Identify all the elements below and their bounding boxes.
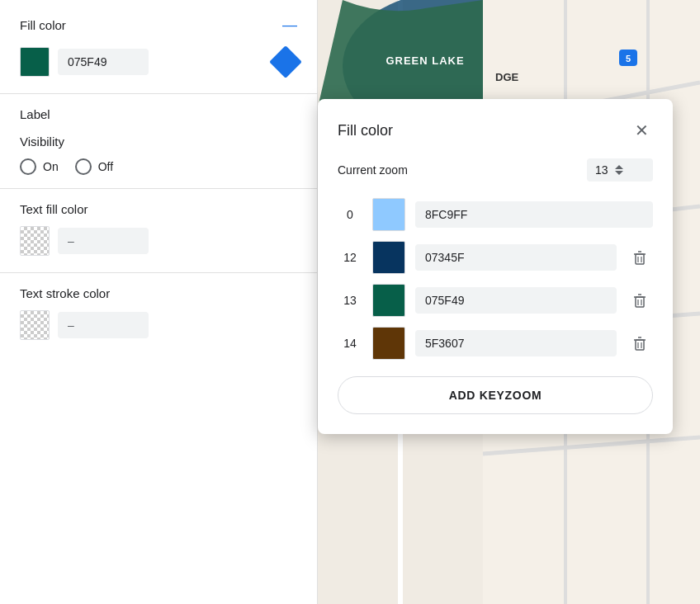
kz-delete-13[interactable] bbox=[627, 287, 653, 314]
text-stroke-title: Text stroke color bbox=[20, 286, 297, 300]
fill-color-section-header: Fill color — bbox=[20, 17, 297, 34]
svg-text:GREEN LAKE: GREEN LAKE bbox=[385, 54, 464, 67]
svg-rect-31 bbox=[636, 340, 644, 350]
fill-color-popup: Fill color ✕ Current zoom 13 0 12 bbox=[318, 99, 673, 434]
kz-delete-12[interactable] bbox=[627, 244, 653, 271]
keyzoom-row-12: 12 bbox=[338, 241, 653, 274]
popup-title: Fill color bbox=[338, 122, 393, 139]
keyzoom-row-13: 13 bbox=[338, 284, 653, 317]
close-button[interactable]: ✕ bbox=[630, 119, 653, 142]
svg-text:5: 5 bbox=[626, 54, 631, 64]
popup-header: Fill color ✕ bbox=[338, 119, 653, 142]
fill-color-swatch[interactable] bbox=[20, 47, 50, 77]
zoom-input[interactable]: 13 bbox=[587, 158, 653, 182]
visibility-section: Visibility On Off bbox=[20, 134, 297, 175]
left-panel: Fill color — Label Visibility On Off Tex… bbox=[0, 0, 318, 604]
text-fill-hex-input[interactable] bbox=[58, 228, 149, 254]
kz-hex-12[interactable] bbox=[415, 244, 617, 271]
kz-swatch-12[interactable] bbox=[372, 241, 405, 274]
fill-color-input-row bbox=[20, 47, 297, 77]
text-fill-swatch[interactable] bbox=[20, 226, 50, 256]
divider-2 bbox=[0, 188, 317, 189]
text-stroke-hex-input[interactable] bbox=[58, 312, 149, 338]
collapse-icon[interactable]: — bbox=[282, 17, 297, 34]
label-section: Label bbox=[20, 107, 297, 121]
zoom-value: 13 bbox=[595, 163, 608, 177]
keyzoom-rows: 0 12 13 bbox=[338, 198, 653, 360]
text-fill-title: Text fill color bbox=[20, 202, 297, 216]
kz-swatch-14[interactable] bbox=[372, 327, 405, 360]
label-section-title: Label bbox=[20, 107, 297, 121]
radio-on[interactable]: On bbox=[20, 158, 59, 175]
radio-off[interactable]: Off bbox=[75, 158, 113, 175]
kz-delete-14[interactable] bbox=[627, 330, 653, 356]
current-zoom-label: Current zoom bbox=[338, 163, 577, 177]
text-stroke-input-row bbox=[20, 310, 297, 340]
text-fill-input-row bbox=[20, 226, 297, 256]
add-keyzoom-button[interactable]: ADD KEYZOOM bbox=[338, 376, 653, 414]
keyzoom-row-14: 14 bbox=[338, 327, 653, 360]
kz-hex-13[interactable] bbox=[415, 287, 617, 314]
keyzoom-row-0: 0 bbox=[338, 198, 653, 231]
svg-text:DGE: DGE bbox=[495, 71, 519, 83]
kz-zoom-12: 12 bbox=[338, 251, 362, 264]
zoom-down-arrow[interactable] bbox=[615, 171, 623, 175]
divider-3 bbox=[0, 272, 317, 273]
zoom-up-arrow[interactable] bbox=[615, 165, 623, 169]
fill-color-hex-input[interactable] bbox=[58, 49, 149, 75]
radio-off-circle[interactable] bbox=[75, 158, 92, 175]
text-fill-section: Text fill color bbox=[20, 202, 297, 256]
kz-zoom-14: 14 bbox=[338, 337, 362, 350]
kz-zoom-13: 13 bbox=[338, 294, 362, 307]
kz-hex-0[interactable] bbox=[415, 201, 653, 228]
kz-zoom-0: 0 bbox=[338, 208, 362, 221]
zoom-arrows[interactable] bbox=[615, 165, 623, 175]
diamond-icon[interactable] bbox=[269, 45, 302, 78]
svg-rect-26 bbox=[636, 297, 644, 307]
divider-1 bbox=[0, 93, 317, 94]
text-stroke-section: Text stroke color bbox=[20, 286, 297, 340]
radio-on-circle[interactable] bbox=[20, 158, 36, 175]
current-zoom-row: Current zoom 13 bbox=[338, 158, 653, 182]
svg-rect-21 bbox=[636, 254, 644, 264]
radio-off-label: Off bbox=[98, 160, 113, 173]
fill-color-title: Fill color bbox=[20, 18, 66, 32]
kz-hex-14[interactable] bbox=[415, 330, 617, 356]
visibility-title: Visibility bbox=[20, 134, 297, 149]
kz-swatch-0[interactable] bbox=[372, 198, 405, 231]
radio-on-label: On bbox=[43, 160, 59, 173]
visibility-radio-group: On Off bbox=[20, 158, 297, 175]
kz-swatch-13[interactable] bbox=[372, 284, 405, 317]
text-stroke-swatch[interactable] bbox=[20, 310, 50, 340]
